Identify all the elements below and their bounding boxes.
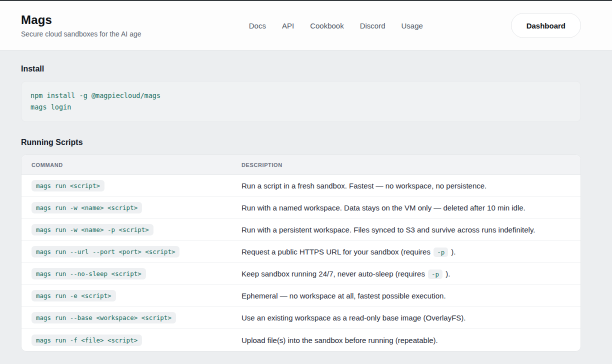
command-cell: mags run -w <name> <script> (22, 197, 232, 218)
command-cell: mags run <script> (22, 175, 232, 196)
inline-code: -p (434, 248, 448, 257)
table-row: mags run --no-sleep <script>Keep sandbox… (22, 263, 580, 285)
nav-link-discord[interactable]: Discord (360, 22, 386, 30)
nav-link-usage[interactable]: Usage (402, 22, 423, 30)
running-scripts-heading: Running Scripts (21, 138, 581, 147)
main-content: Install npm install -g @magpiecloud/mags… (0, 50, 612, 352)
table-header-row: COMMAND DESCRIPTION (22, 155, 580, 175)
command-badge: mags run --no-sleep <script> (32, 268, 146, 280)
table-row: mags run <script>Run a script in a fresh… (22, 175, 580, 197)
table-body: mags run <script>Run a script in a fresh… (22, 175, 580, 351)
command-badge: mags run -w <name> -p <script> (32, 224, 154, 236)
commands-table: COMMAND DESCRIPTION mags run <script>Run… (21, 154, 581, 352)
table-row: mags run -e <script>Ephemeral — no works… (22, 285, 580, 307)
command-cell: mags run --url --port <port> <script> (22, 241, 232, 262)
table-row: mags run -w <name> <script>Run with a na… (22, 197, 580, 219)
brand-tagline: Secure cloud sandboxes for the AI age (21, 30, 161, 38)
install-code-block: npm install -g @magpiecloud/mags mags lo… (21, 81, 581, 122)
command-description: Run a script in a fresh sandbox. Fastest… (232, 176, 580, 195)
command-badge: mags run -e <script> (32, 290, 116, 302)
dashboard-button[interactable]: Dashboard (511, 13, 581, 38)
column-header-command: COMMAND (22, 155, 232, 174)
command-cell: mags run -f <file> <script> (22, 330, 232, 351)
command-description: Use an existing workspace as a read-only… (232, 308, 580, 327)
command-description: Keep sandbox running 24/7, never auto-sl… (232, 264, 580, 283)
command-badge: mags run --url --port <port> <script> (32, 246, 180, 258)
command-cell: mags run --base <workspace> <script> (22, 307, 232, 328)
table-row: mags run -f <file> <script>Upload file(s… (22, 329, 580, 351)
nav-link-docs[interactable]: Docs (249, 22, 266, 30)
brand-title[interactable]: Mags (21, 13, 161, 27)
main-nav: DocsAPICookbookDiscordUsage (161, 22, 511, 30)
column-header-description: DESCRIPTION (232, 155, 580, 174)
command-badge: mags run <script> (32, 180, 104, 192)
site-header: Mags Secure cloud sandboxes for the AI a… (0, 1, 612, 50)
command-badge: mags run --base <workspace> <script> (32, 312, 176, 324)
nav-link-api[interactable]: API (282, 22, 294, 30)
install-code-text: npm install -g @magpiecloud/mags mags lo… (30, 90, 572, 113)
inline-code: -p (428, 270, 442, 279)
install-heading: Install (21, 64, 581, 74)
table-row: mags run --url --port <port> <script>Req… (22, 241, 580, 263)
command-description: Run with a named workspace. Data stays o… (232, 198, 580, 217)
table-row: mags run -w <name> -p <script>Run with a… (22, 219, 580, 241)
command-cell: mags run -w <name> -p <script> (22, 219, 232, 240)
command-badge: mags run -w <name> <script> (32, 202, 142, 214)
command-description: Upload file(s) into the sandbox before r… (232, 331, 580, 350)
nav-link-cookbook[interactable]: Cookbook (310, 22, 344, 30)
command-badge: mags run -f <file> <script> (32, 334, 142, 346)
page: Mags Secure cloud sandboxes for the AI a… (0, 0, 612, 364)
command-description: Ephemeral — no workspace at all, fastest… (232, 286, 580, 305)
command-description: Run with a persistent workspace. Files s… (232, 220, 580, 239)
command-description: Request a public HTTPS URL for your sand… (232, 242, 580, 261)
table-row: mags run --base <workspace> <script>Use … (22, 307, 580, 329)
brand: Mags Secure cloud sandboxes for the AI a… (21, 13, 161, 38)
command-cell: mags run --no-sleep <script> (22, 263, 232, 284)
command-cell: mags run -e <script> (22, 285, 232, 306)
